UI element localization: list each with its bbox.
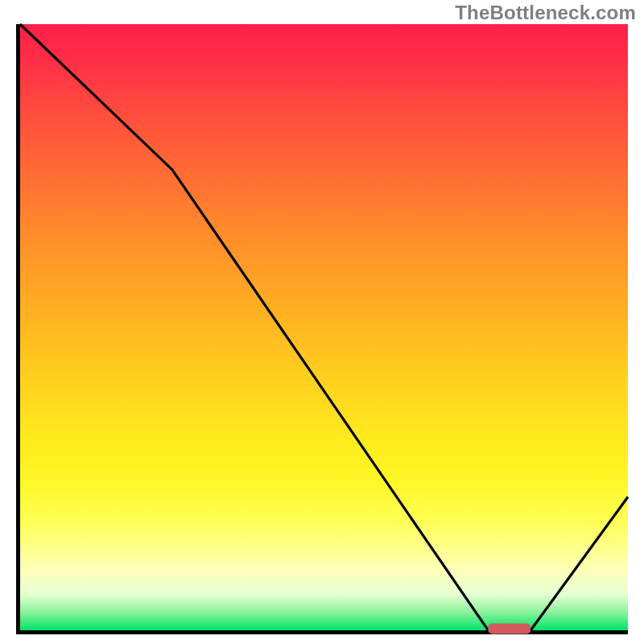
optimal-band-marker [488,624,530,634]
bottleneck-curve-line [20,24,628,630]
watermark-text: TheBottleneck.com [455,2,636,24]
chart-overlay [20,24,628,630]
chart-container: TheBottleneck.com [0,0,644,644]
plot-area [16,24,628,634]
